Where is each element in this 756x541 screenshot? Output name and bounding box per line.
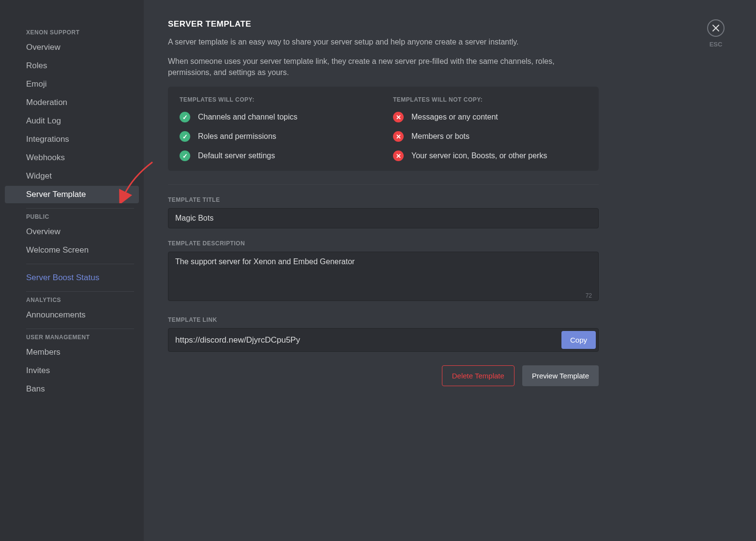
sidebar-item-invites[interactable]: Invites [5,362,139,379]
will-copy-text: Roles and permissions [198,132,276,141]
sidebar-item-audit-log[interactable]: Audit Log [5,112,139,130]
sidebar-item-server-boost-status[interactable]: Server Boost Status [5,269,139,286]
template-link-label: TEMPLATE LINK [168,316,599,323]
copy-info-panel: TEMPLATES WILL COPY: ✓ Channels and chan… [168,87,599,171]
sidebar-header-xenon-support: XENON SUPPORT [5,29,139,39]
check-icon: ✓ [180,112,190,122]
sidebar-item-integrations[interactable]: Integrations [5,131,139,148]
template-title-input[interactable] [168,208,599,228]
sidebar-item-roles[interactable]: Roles [5,57,139,75]
sidebar-item-server-template[interactable]: Server Template [5,186,139,203]
action-row: Delete Template Preview Template [168,365,599,386]
copy-link-button[interactable]: Copy [561,331,596,349]
preview-template-button[interactable]: Preview Template [522,365,599,386]
close-button[interactable] [707,19,725,37]
divider [168,184,599,185]
sidebar-item-moderation[interactable]: Moderation [5,94,139,111]
wont-copy-column: TEMPLATES WILL NOT COPY: ✕ Messages or a… [393,96,587,161]
sidebar-item-widget[interactable]: Widget [5,167,139,185]
will-copy-text: Channels and channel topics [198,113,297,121]
will-copy-row: ✓ Roles and permissions [180,131,374,142]
page-desc-2: When someone uses your server template l… [168,56,599,78]
sidebar-item-emoji[interactable]: Emoji [5,75,139,93]
sidebar-item-announcements[interactable]: Announcements [5,306,139,324]
x-icon: ✕ [393,112,404,122]
wont-copy-row: ✕ Messages or any content [393,112,587,122]
page-title: SERVER TEMPLATE [168,19,599,29]
template-title-label: TEMPLATE TITLE [168,196,599,203]
sidebar-header-user-management: USER MANAGEMENT [5,334,139,344]
sidebar-item-webhooks[interactable]: Webhooks [5,149,139,166]
sidebar-item-public-overview[interactable]: Overview [5,223,139,240]
sidebar-header-public: PUBLIC [5,213,139,223]
delete-template-button[interactable]: Delete Template [442,365,514,386]
sidebar-divider [26,291,134,292]
wont-copy-row: ✕ Your server icon, Boosts, or other per… [393,150,587,161]
wont-copy-row: ✕ Members or bots [393,131,587,142]
template-description-input[interactable] [168,252,599,301]
sidebar-item-bans[interactable]: Bans [5,380,139,398]
check-icon: ✓ [180,150,190,161]
sidebar-divider [26,329,134,329]
sidebar-divider [26,208,134,209]
will-copy-text: Default server settings [198,151,275,160]
template-description-label: TEMPLATE DESCRIPTION [168,240,599,247]
will-copy-column: TEMPLATES WILL COPY: ✓ Channels and chan… [180,96,374,161]
wont-copy-text: Members or bots [411,132,469,141]
wont-copy-header: TEMPLATES WILL NOT COPY: [393,96,587,103]
wont-copy-text: Your server icon, Boosts, or other perks [411,151,547,160]
sidebar-item-welcome-screen[interactable]: Welcome Screen [5,241,139,259]
sidebar-divider [26,264,134,264]
will-copy-row: ✓ Default server settings [180,150,374,161]
close-icon [712,24,720,32]
will-copy-header: TEMPLATES WILL COPY: [180,96,374,103]
sidebar-item-overview[interactable]: Overview [5,39,139,56]
will-copy-row: ✓ Channels and channel topics [180,112,374,122]
wont-copy-text: Messages or any content [411,113,498,121]
main-content: ESC SERVER TEMPLATE A server template is… [144,0,628,541]
check-icon: ✓ [180,131,190,142]
template-link-input[interactable] [168,331,561,349]
template-link-row: Copy [168,328,599,352]
settings-sidebar: XENON SUPPORT Overview Roles Emoji Moder… [0,0,144,541]
page-desc-1: A server template is an easy way to shar… [168,37,599,47]
char-count: 72 [586,292,592,299]
x-icon: ✕ [393,131,404,142]
sidebar-item-members[interactable]: Members [5,344,139,361]
sidebar-header-analytics: ANALYTICS [5,297,139,306]
esc-label: ESC [710,41,723,48]
x-icon: ✕ [393,150,404,161]
